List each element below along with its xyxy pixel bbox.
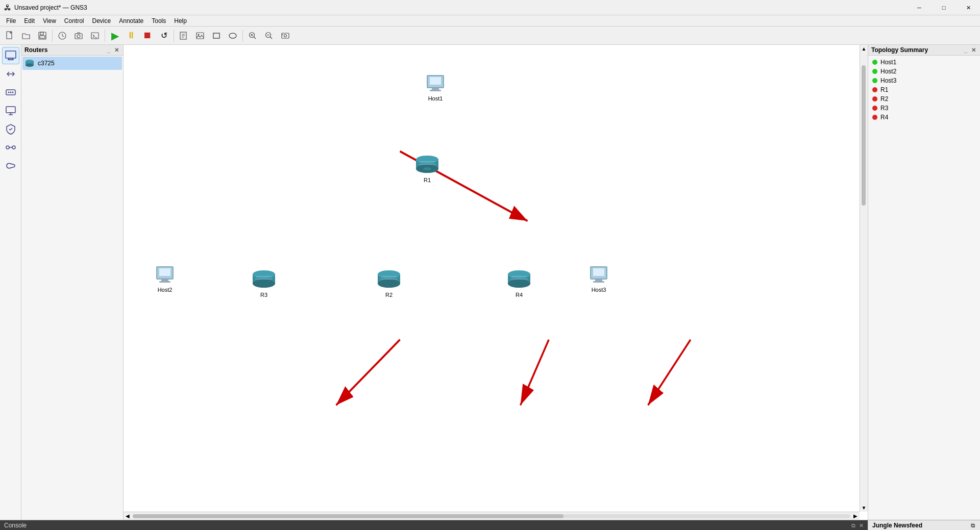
menu-item-view[interactable]: View — [39, 16, 60, 26]
svg-point-60 — [416, 156, 438, 164]
canvas-scrollbar-h[interactable]: ◀ ▶ — [124, 512, 860, 520]
reload-button[interactable]: ↺ — [156, 29, 172, 43]
sidebar-all-links[interactable] — [2, 139, 19, 156]
device-label: c3725 — [38, 60, 55, 67]
menu-item-help[interactable]: Help — [170, 16, 191, 26]
r1-label: R1 — [424, 177, 431, 183]
start-all-button[interactable]: ▶ — [107, 29, 122, 43]
device-list: c3725 — [21, 56, 123, 71]
svg-rect-29 — [6, 51, 16, 58]
menu-item-annotate[interactable]: Annotate — [115, 16, 148, 26]
svg-rect-67 — [159, 281, 170, 283]
host3-label: Host3 — [592, 287, 606, 293]
terminal-button[interactable] — [87, 29, 103, 43]
device-panel-close[interactable]: ✕ — [113, 47, 120, 54]
save-button[interactable] — [35, 29, 50, 43]
svg-rect-56 — [430, 90, 441, 91]
sidebar-end-devices[interactable] — [2, 102, 19, 119]
svg-line-52 — [648, 340, 691, 405]
insert-image-button[interactable] — [192, 29, 208, 43]
r3-node[interactable]: R3 — [251, 269, 277, 298]
maximize-button[interactable]: □ — [932, 0, 955, 15]
svg-point-42 — [12, 146, 15, 149]
canvas-area[interactable]: Host1 R1 Host2 — [124, 45, 868, 520]
open-button[interactable] — [18, 29, 34, 43]
device-panel: Routers _ ✕ c3725 — [21, 45, 124, 520]
device-item-c3725[interactable]: c3725 — [22, 57, 122, 70]
status-dot-host3 — [872, 78, 877, 83]
device-panel-minimize[interactable]: _ — [106, 47, 111, 54]
topology-item-r1[interactable]: R1 — [872, 85, 976, 94]
svg-rect-65 — [159, 268, 170, 276]
svg-line-24 — [270, 37, 272, 39]
svg-rect-88 — [595, 279, 602, 281]
menu-item-control[interactable]: Control — [60, 16, 88, 26]
left-sidebar — [0, 45, 21, 520]
snapshot-button[interactable] — [71, 29, 86, 43]
status-dot-r1 — [872, 87, 877, 92]
menu-item-tools[interactable]: Tools — [148, 16, 170, 26]
r4-node[interactable]: R4 — [506, 269, 532, 298]
host2-node[interactable]: Host2 — [154, 264, 176, 293]
svg-rect-26 — [282, 33, 289, 38]
topology-item-r4[interactable]: R4 — [872, 113, 976, 122]
sidebar-security[interactable] — [2, 120, 19, 138]
sidebar-switches[interactable] — [2, 84, 19, 101]
edit-note-button[interactable] — [176, 29, 191, 43]
console-float-btn[interactable]: ⧉ — [851, 522, 855, 528]
status-dot-host2 — [872, 69, 877, 74]
topology-item-host3[interactable]: Host3 — [872, 76, 976, 85]
recent-button[interactable] — [55, 29, 70, 43]
svg-point-63 — [423, 167, 431, 170]
arrows-overlay — [124, 45, 868, 520]
svg-line-20 — [254, 37, 256, 39]
title-icon: 🖧 — [4, 4, 11, 12]
draw-ellipse-button[interactable] — [225, 29, 240, 43]
topology-item-r3[interactable]: R3 — [872, 104, 976, 113]
topology-item-r2[interactable]: R2 — [872, 94, 976, 104]
console-close-btn[interactable]: ✕ — [859, 522, 864, 528]
r1-node[interactable]: R1 — [414, 155, 440, 183]
r2-label: R2 — [385, 292, 393, 298]
r3-icon — [251, 269, 277, 291]
new-button[interactable] — [2, 29, 17, 43]
svg-line-50 — [336, 340, 400, 405]
scroll-left-arrow[interactable]: ◀ — [124, 512, 132, 520]
pause-all-button[interactable]: ⏸ — [124, 29, 139, 43]
topology-close[interactable]: ✕ — [970, 47, 977, 54]
topology-item-host1[interactable]: Host1 — [872, 58, 976, 67]
topology-item-label: R2 — [880, 95, 888, 103]
svg-rect-87 — [593, 268, 604, 276]
host3-icon — [588, 264, 609, 286]
status-dot-r3 — [872, 106, 877, 111]
toolbar: ▶ ⏸ ⏹ ↺ — [0, 27, 980, 45]
topology-minimize[interactable]: _ — [963, 47, 968, 54]
svg-point-47 — [26, 60, 34, 63]
scroll-right-arrow[interactable]: ▶ — [851, 512, 860, 520]
svg-rect-5 — [40, 36, 45, 38]
sidebar-all-devices[interactable] — [2, 47, 19, 64]
topology-item-host2[interactable]: Host2 — [872, 67, 976, 76]
zoom-in-button[interactable] — [245, 29, 260, 43]
host3-node[interactable]: Host3 — [588, 264, 609, 293]
close-button[interactable]: ✕ — [957, 0, 980, 15]
svg-rect-55 — [432, 88, 439, 90]
r4-label: R4 — [516, 292, 523, 298]
canvas-scrollbar-v[interactable]: ▲ ▼ — [860, 45, 868, 512]
draw-rect-button[interactable] — [209, 29, 224, 43]
minimize-button[interactable]: ─ — [908, 0, 931, 15]
sidebar-routers[interactable] — [2, 65, 19, 83]
title-text: Unsaved project* — GNS3 — [14, 4, 976, 11]
menu-item-device[interactable]: Device — [88, 16, 115, 26]
topology-list: Host1Host2Host3R1R2R3R4 — [868, 56, 980, 124]
stop-all-button[interactable]: ⏹ — [140, 29, 155, 43]
menu-item-edit[interactable]: Edit — [20, 16, 39, 26]
zoom-out-button[interactable] — [261, 29, 277, 43]
r2-node[interactable]: R2 — [376, 269, 402, 298]
screenshot-button[interactable] — [278, 29, 293, 43]
menu-item-file[interactable]: File — [2, 16, 20, 26]
jungle-float-btn[interactable]: ⧉ — [970, 522, 976, 529]
svg-point-27 — [284, 34, 287, 37]
host1-node[interactable]: Host1 — [425, 73, 446, 102]
sidebar-cable[interactable] — [2, 157, 19, 174]
